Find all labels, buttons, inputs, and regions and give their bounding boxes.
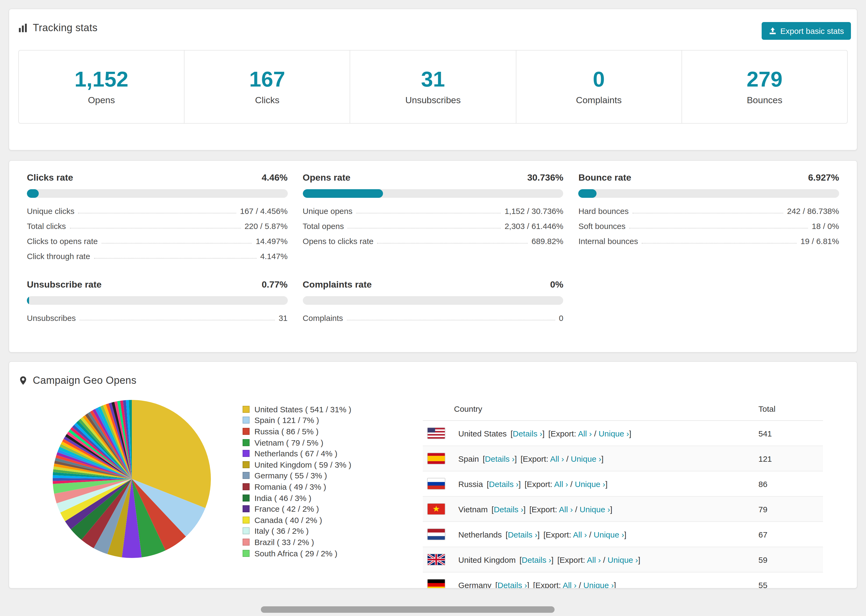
details-link[interactable]: Details › xyxy=(494,504,523,514)
bracket: ] xyxy=(638,555,640,564)
horizontal-scrollbar-thumb[interactable] xyxy=(261,606,554,613)
bracket: ] xyxy=(551,555,553,564)
export-all-link[interactable]: All › xyxy=(573,530,587,539)
metric-row: Unique clicks167 / 4.456% xyxy=(27,203,288,218)
campaign-geo-opens-card: Campaign Geo Opens United States ( 541 /… xyxy=(9,361,857,589)
export-all-link[interactable]: All › xyxy=(559,504,573,514)
export-label: Export: xyxy=(532,504,559,514)
details-link[interactable]: Details › xyxy=(489,479,518,488)
dotted-leader xyxy=(642,243,797,243)
metric-label: Hard bounces xyxy=(578,206,629,215)
legend-swatch xyxy=(242,461,250,468)
country-total: 79 xyxy=(754,497,823,522)
legend-swatch xyxy=(242,494,250,501)
export-all-link[interactable]: All › xyxy=(587,555,601,564)
export-label: Export: xyxy=(551,429,578,438)
legend-label: South Africa ( 29 / 2% ) xyxy=(254,548,337,558)
geo-card-header: Campaign Geo Opens xyxy=(9,362,857,387)
bracket: [ xyxy=(505,530,508,539)
tracking-stats-page: Tracking stats Export basic stats 1,152O… xyxy=(0,0,866,616)
progress-bar xyxy=(27,189,288,198)
metric-value: 689.82% xyxy=(531,236,563,245)
bracket: [ xyxy=(483,454,485,463)
slash-separator: / xyxy=(573,504,579,514)
bracket: [ xyxy=(548,429,551,438)
slash-separator: / xyxy=(601,555,608,564)
details-link[interactable]: Details › xyxy=(522,555,551,564)
legend-label: France ( 42 / 2% ) xyxy=(254,504,319,513)
legend-item: Italy ( 36 / 2% ) xyxy=(242,525,369,536)
stat-label: Bounces xyxy=(747,95,783,105)
rates-grid: Clicks rate4.46%Unique clicks167 / 4.456… xyxy=(27,173,839,325)
export-label: Export: xyxy=(546,530,573,539)
slash-separator: / xyxy=(568,479,575,488)
rate-title: Unsubscribe rate xyxy=(27,280,102,290)
rate-value: 4.46% xyxy=(262,173,288,183)
metric-row: Total opens2,303 / 61.446% xyxy=(302,218,563,233)
legend-swatch xyxy=(242,539,250,545)
export-unique-link[interactable]: Unique › xyxy=(594,530,624,539)
metric-label: Soft bounces xyxy=(578,221,625,230)
bracket: [ xyxy=(519,555,521,564)
metric-row: Soft bounces18 / 0% xyxy=(578,218,839,233)
stat-box-opens: 1,152Opens xyxy=(19,50,184,123)
pie-chart-svg xyxy=(51,398,213,559)
bracket: ] xyxy=(610,504,612,514)
rate-title: Bounce rate xyxy=(578,173,631,183)
details-link[interactable]: Details › xyxy=(498,580,527,589)
country-name: United Kingdom xyxy=(458,555,516,564)
metric-value: 19 / 6.81% xyxy=(801,236,839,245)
progress-bar xyxy=(578,189,839,198)
export-label: Export: xyxy=(527,479,554,488)
dotted-leader xyxy=(78,212,236,213)
slash-separator: / xyxy=(587,530,594,539)
details-link[interactable]: Details › xyxy=(513,429,542,438)
dotted-leader xyxy=(356,212,501,213)
metric-row: Complaints0 xyxy=(302,310,563,325)
legend-item: France ( 42 / 2% ) xyxy=(242,503,369,514)
export-label: Export: xyxy=(560,555,587,564)
geo-card-title: Campaign Geo Opens xyxy=(33,375,136,387)
tracking-card-header: Tracking stats xyxy=(9,9,857,34)
legend-label: Germany ( 55 / 3% ) xyxy=(254,471,327,480)
legend-label: Italy ( 36 / 2% ) xyxy=(254,526,309,536)
legend-swatch xyxy=(242,450,250,457)
export-basic-stats-button[interactable]: Export basic stats xyxy=(761,22,851,40)
progress-bar xyxy=(302,189,563,198)
bracket: ] xyxy=(518,479,521,488)
export-unique-link[interactable]: Unique › xyxy=(575,479,605,488)
export-all-link[interactable]: All › xyxy=(563,580,576,589)
export-unique-link[interactable]: Unique › xyxy=(599,429,629,438)
legend-label: Vietnam ( 79 / 5% ) xyxy=(254,438,323,447)
bracket: [ xyxy=(491,504,494,514)
export-unique-link[interactable]: Unique › xyxy=(583,580,614,589)
export-unique-link[interactable]: Unique › xyxy=(571,454,601,463)
metric-row: Unsubscribes31 xyxy=(27,310,288,325)
bar-chart-icon xyxy=(18,23,28,33)
legend-swatch xyxy=(242,417,250,424)
dotted-leader xyxy=(348,228,501,228)
geo-table-header-row: Country Total xyxy=(423,397,823,421)
export-all-link[interactable]: All › xyxy=(550,454,564,463)
metric-row: Hard bounces242 / 86.738% xyxy=(578,203,839,218)
details-link[interactable]: Details › xyxy=(508,530,537,539)
metric-label: Clicks to opens rate xyxy=(27,236,98,245)
slash-separator: / xyxy=(592,429,599,438)
rate-title: Opens rate xyxy=(302,173,350,183)
stat-box-clicks: 167Clicks xyxy=(184,50,350,123)
rate-value: 0.77% xyxy=(262,280,288,290)
dotted-leader xyxy=(629,228,808,228)
export-unique-link[interactable]: Unique › xyxy=(579,504,610,514)
export-unique-link[interactable]: Unique › xyxy=(608,555,638,564)
stat-box-complaints: 0Complaints xyxy=(516,50,682,123)
export-all-link[interactable]: All › xyxy=(554,479,568,488)
geo-table-row-russia: Russia[Details ›][Export: All › / Unique… xyxy=(423,471,823,497)
export-label: Export: xyxy=(523,454,550,463)
country-name: Russia xyxy=(458,479,483,488)
metric-row: Clicks to opens rate14.497% xyxy=(27,233,288,248)
metric-label: Unsubscribes xyxy=(27,313,76,322)
metric-value: 4.147% xyxy=(260,251,288,261)
details-link[interactable]: Details › xyxy=(485,454,515,463)
metric-label: Internal bounces xyxy=(578,236,638,245)
export-all-link[interactable]: All › xyxy=(578,429,592,438)
